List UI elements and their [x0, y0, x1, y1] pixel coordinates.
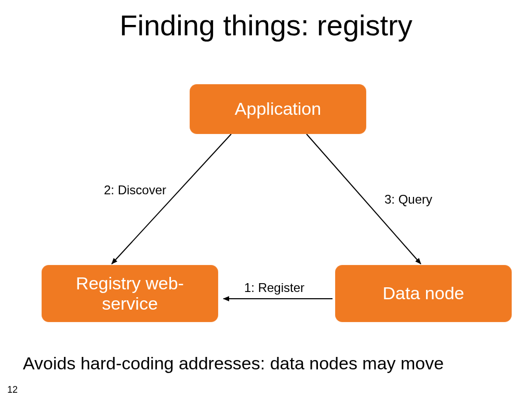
node-application-label: Application [235, 99, 321, 119]
diagram-arrows [0, 0, 532, 399]
edge-label-discover: 2: Discover [104, 183, 166, 197]
slide-caption: Avoids hard-coding addresses: data nodes… [23, 353, 444, 374]
edge-label-register: 1: Register [244, 281, 304, 295]
node-registry-label: Registry web- service [76, 273, 184, 314]
page-number: 12 [7, 384, 18, 395]
node-application: Application [190, 84, 366, 134]
node-registry: Registry web- service [42, 265, 218, 322]
node-data-label: Data node [383, 283, 464, 303]
arrow-discover [112, 134, 231, 264]
edge-label-query: 3: Query [384, 192, 432, 207]
slide-title: Finding things: registry [0, 8, 532, 42]
node-data: Data node [335, 265, 512, 322]
